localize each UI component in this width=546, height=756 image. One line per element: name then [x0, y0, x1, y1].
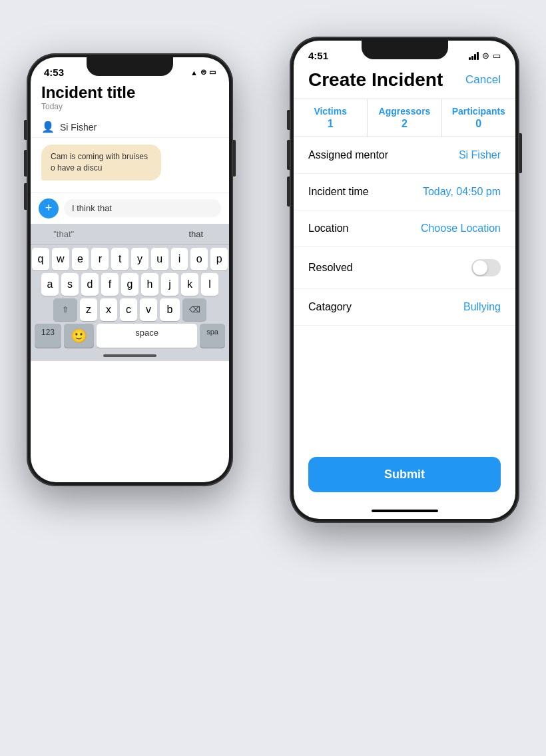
keyboard-row-bottom: 123 🙂 space spa — [32, 324, 228, 348]
key-123[interactable]: 123 — [35, 324, 61, 348]
key-e[interactable]: e — [72, 248, 89, 270]
form-row-time[interactable]: Incident time Today, 04:50 pm — [294, 174, 515, 210]
chat-message-area: Cam is coming with bruises o have a disc… — [31, 138, 229, 192]
key-c[interactable]: c — [120, 298, 137, 321]
mute-button[interactable] — [24, 120, 27, 140]
key-x[interactable]: x — [100, 298, 117, 321]
form-row-category[interactable]: Catagory Bullying — [294, 289, 515, 326]
key-v[interactable]: v — [140, 298, 157, 321]
key-w[interactable]: w — [52, 248, 69, 270]
phone-back: 4:53 ▲ ⊜ ▭ Incident title Today 👤 Si Fis… — [27, 53, 233, 486]
submit-area: Submit — [294, 448, 515, 506]
form-value-mentor: Si Fisher — [459, 149, 501, 161]
battery-icon-front: ▭ — [493, 51, 501, 61]
cancel-button[interactable]: Cancel — [465, 73, 501, 87]
key-y[interactable]: y — [131, 248, 148, 270]
volume-down-button-front[interactable] — [287, 177, 290, 206]
keyboard: q w e r t y u i o p a s d f g — [31, 245, 229, 361]
signal-icon: ▲ — [190, 69, 198, 77]
form-body: Assigned mentor Si Fisher Incident time … — [294, 137, 515, 448]
tab-victims[interactable]: Victims 1 — [294, 99, 368, 137]
suggestion-1[interactable]: "that" — [31, 226, 97, 242]
volume-up-button[interactable] — [24, 150, 27, 177]
mute-button-front[interactable] — [287, 110, 290, 130]
key-j[interactable]: j — [161, 273, 178, 296]
tab-aggressors-label: Aggressors — [379, 106, 431, 117]
tab-aggressors-count: 2 — [402, 118, 408, 130]
chat-screen: 4:53 ▲ ⊜ ▭ Incident title Today 👤 Si Fis… — [31, 57, 229, 482]
key-shift[interactable]: ⇧ — [53, 298, 77, 321]
scene: 4:53 ▲ ⊜ ▭ Incident title Today 👤 Si Fis… — [0, 0, 546, 756]
key-delete[interactable]: ⌫ — [182, 298, 206, 321]
key-s[interactable]: s — [61, 273, 79, 296]
status-time-back: 4:53 — [44, 67, 64, 78]
suggestion-3[interactable]: that — [163, 226, 229, 242]
form-label-location: Location — [308, 222, 349, 234]
home-bar — [372, 510, 438, 512]
key-return[interactable]: spa — [200, 324, 225, 348]
signal-bars-front — [469, 52, 479, 60]
person-name: Si Fisher — [60, 122, 97, 133]
status-icons-front: ⊜ ▭ — [469, 51, 501, 61]
signal-bar-1 — [469, 57, 471, 60]
form-row-mentor[interactable]: Assigned mentor Si Fisher — [294, 137, 515, 174]
key-q[interactable]: q — [32, 248, 49, 270]
form-row-resolved[interactable]: Resolved — [294, 247, 515, 289]
keyboard-suggestions: "that" that — [31, 224, 229, 245]
key-h[interactable]: h — [141, 273, 158, 296]
chat-subtitle: Today — [41, 102, 218, 111]
battery-icon-back: ▭ — [209, 68, 216, 77]
tab-aggressors[interactable]: Aggressors 2 — [368, 99, 441, 137]
suggestion-2[interactable] — [97, 226, 162, 242]
power-button-front[interactable] — [519, 133, 522, 173]
tab-victims-count: 1 — [328, 118, 334, 130]
tab-participants-label: Participants — [452, 106, 505, 117]
key-emoji[interactable]: 🙂 — [64, 324, 94, 348]
key-p[interactable]: p — [210, 248, 228, 270]
key-o[interactable]: o — [190, 248, 208, 270]
resolved-toggle[interactable] — [471, 259, 501, 276]
wifi-icon-front: ⊜ — [482, 51, 489, 61]
key-a[interactable]: a — [41, 273, 59, 296]
key-f[interactable]: f — [101, 273, 119, 296]
form-value-category: Bullying — [463, 301, 501, 313]
form-label-mentor: Assigned mentor — [308, 149, 388, 161]
person-icon: 👤 — [41, 121, 55, 133]
key-k[interactable]: k — [181, 273, 198, 296]
tabs-row: Victims 1 Aggressors 2 Participants 0 — [294, 99, 515, 137]
form-value-location: Choose Location — [421, 222, 501, 234]
chat-input-row: + I think that — [31, 192, 229, 224]
volume-up-button-front[interactable] — [287, 140, 290, 170]
tab-victims-label: Victims — [314, 106, 347, 117]
form-row-location[interactable]: Location Choose Location — [294, 210, 515, 247]
key-b[interactable]: b — [160, 298, 180, 321]
submit-button[interactable]: Submit — [308, 457, 501, 492]
toggle-thumb — [473, 260, 487, 275]
key-r[interactable]: r — [91, 248, 109, 270]
chat-name-row: 👤 Si Fisher — [31, 117, 229, 138]
key-z[interactable]: z — [80, 298, 97, 321]
tab-participants[interactable]: Participants 0 — [442, 99, 515, 137]
key-d[interactable]: d — [81, 273, 99, 296]
chat-input[interactable]: I think that — [64, 199, 221, 217]
chat-title: Incident title — [41, 83, 218, 102]
notch-front — [362, 41, 448, 59]
volume-down-button[interactable] — [24, 183, 27, 210]
key-g[interactable]: g — [121, 273, 138, 296]
keyboard-row-1: q w e r t y u i o p — [32, 248, 228, 270]
signal-bar-2 — [471, 56, 473, 60]
form-label-category: Catagory — [308, 301, 352, 313]
signal-bar-3 — [474, 54, 476, 60]
status-icons-back: ▲ ⊜ ▭ — [190, 68, 216, 77]
status-time-front: 4:51 — [308, 50, 328, 61]
plus-button[interactable]: + — [39, 198, 59, 218]
keyboard-row-3: ⇧ z x c v b ⌫ — [32, 298, 228, 321]
key-t[interactable]: t — [111, 248, 129, 270]
key-i[interactable]: i — [171, 248, 188, 270]
power-button[interactable] — [233, 140, 236, 177]
key-u[interactable]: u — [151, 248, 168, 270]
key-l[interactable]: l — [201, 273, 218, 296]
key-space[interactable]: space — [97, 324, 197, 348]
chat-bubble: Cam is coming with bruises o have a disc… — [41, 145, 161, 181]
create-incident-screen: 4:51 ⊜ ▭ Create Incident Cancel — [294, 41, 515, 519]
